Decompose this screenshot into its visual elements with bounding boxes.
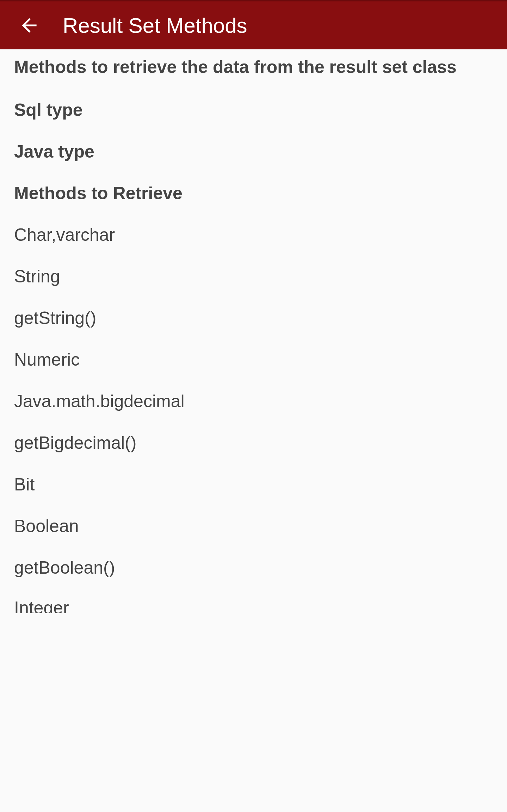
column-header-sql-type: Sql type: [14, 100, 493, 120]
list-item: Numeric: [14, 349, 493, 370]
content-area: Methods to retrieve the data from the re…: [0, 49, 507, 627]
list-item: getBoolean(): [14, 557, 493, 578]
list-item: getString(): [14, 308, 493, 328]
arrow-back-icon: [18, 14, 40, 36]
list-item: Java.math.bigdecimal: [14, 391, 493, 411]
column-header-methods: Methods to Retrieve: [14, 183, 493, 203]
column-header-java-type: Java type: [14, 141, 493, 162]
list-item-partial: Integer: [14, 599, 493, 613]
list-item: Boolean: [14, 516, 493, 536]
page-title: Result Set Methods: [63, 13, 247, 38]
list-item: Bit: [14, 474, 493, 495]
app-bar: Result Set Methods: [0, 0, 507, 49]
back-button[interactable]: [13, 10, 45, 41]
list-item: String: [14, 266, 493, 287]
list-item: getBigdecimal(): [14, 433, 493, 453]
intro-heading: Methods to retrieve the data from the re…: [14, 56, 493, 79]
list-item: Char,varchar: [14, 225, 493, 245]
